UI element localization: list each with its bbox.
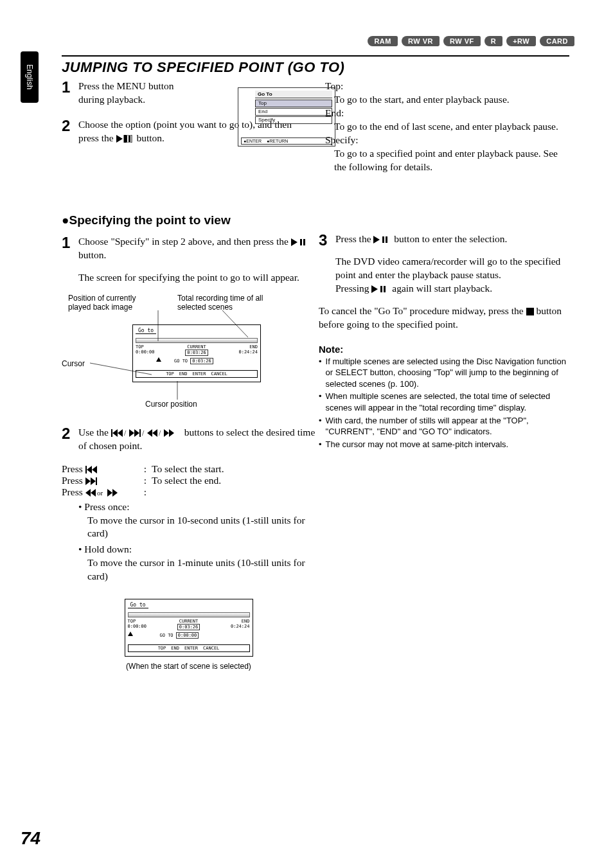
goto2-label: GO TO xyxy=(160,633,173,638)
badge-card: CARD xyxy=(540,36,574,46)
step-2b-text: Use the / / / buttons to select the desi… xyxy=(78,426,315,453)
svg-marker-20 xyxy=(147,429,152,437)
svg-marker-35 xyxy=(112,489,118,497)
cancel-paragraph: To cancel the "Go To" procedure midway, … xyxy=(319,305,573,332)
step-1-text: Press the MENU button during playback. xyxy=(78,80,181,107)
step-number-3: 3 xyxy=(319,233,330,248)
section-heading: JUMPING TO SPECIFIED POINT (GO TO) xyxy=(62,55,569,76)
goto-bottom-bar-2: TOP END ENTER CANCEL xyxy=(128,644,250,652)
svg-marker-24 xyxy=(169,429,174,437)
goto2-btn-top: TOP xyxy=(158,646,166,651)
goto-current-time: 0:03:26 xyxy=(185,350,208,356)
svg-marker-23 xyxy=(164,429,169,437)
svg-rect-42 xyxy=(526,308,534,315)
goto-progress-bar xyxy=(136,338,258,343)
svg-rect-6 xyxy=(300,239,302,245)
osd-item-end: End xyxy=(255,108,332,116)
goto2-top-time: 0:00:00 xyxy=(128,624,147,629)
badge-plus-rw: +RW xyxy=(506,36,536,46)
top-desc: To go to the start, and enter playback p… xyxy=(325,93,569,107)
sub-heading-specifying: ●Specifying the point to view xyxy=(62,213,315,227)
svg-marker-26 xyxy=(87,466,92,474)
step-1b-text: Choose "Specify" in step 2 above, and th… xyxy=(78,235,315,285)
goto-menu-osd: Go To Top End Specify ●ENTER ●RETURN xyxy=(238,87,335,146)
goto2-btn-enter: ENTER xyxy=(184,646,198,651)
goto-labels-row: TOP 0:00:00 CURRENT 0:03:26 END 0:24:24 xyxy=(136,344,258,356)
prev-track-icon xyxy=(85,466,100,474)
svg-marker-27 xyxy=(92,466,97,474)
goto-end-time: 0:24:24 xyxy=(238,350,258,355)
svg-marker-32 xyxy=(91,489,96,497)
goto2-current-label: CURRENT xyxy=(177,619,200,624)
note-3: With card, the number of stills will app… xyxy=(326,415,573,438)
press-once-heading: Press once: xyxy=(84,501,129,512)
play-pause-icon xyxy=(371,285,389,293)
goto-osd-title-2: Go to xyxy=(128,602,148,608)
svg-marker-21 xyxy=(152,429,157,437)
svg-rect-12 xyxy=(111,429,112,437)
svg-rect-37 xyxy=(382,236,384,243)
svg-marker-36 xyxy=(373,236,380,244)
play-pause-icon xyxy=(373,236,391,244)
play-pause-icon xyxy=(291,238,309,246)
svg-marker-17 xyxy=(134,429,139,437)
goto-top-label: TOP xyxy=(136,344,155,350)
svg-text:or: or xyxy=(97,489,103,497)
stop-icon xyxy=(526,308,534,315)
svg-rect-25 xyxy=(85,466,87,474)
osd-bottom-bar: ●ENTER ●RETURN xyxy=(241,137,332,145)
note-2: When multiple scenes are selected, the t… xyxy=(326,391,573,413)
step-number-2: 2 xyxy=(62,118,73,134)
goto-top-time: 0:00:00 xyxy=(136,350,155,355)
goto2-end-time: 0:24:24 xyxy=(231,624,250,629)
svg-marker-16 xyxy=(129,429,134,437)
svg-text:/: / xyxy=(159,429,161,437)
goto-bottom-bar: TOP END ENTER CANCEL xyxy=(136,370,258,378)
goto2-current-time: 0:03:26 xyxy=(177,624,200,630)
goto-end-label: END xyxy=(238,344,258,350)
hold-down-body: To move the cursor in 1-minute units (10… xyxy=(78,556,315,583)
svg-marker-14 xyxy=(118,429,123,437)
step-number-2b: 2 xyxy=(62,426,73,441)
svg-rect-3 xyxy=(125,136,127,142)
goto-btn-enter: ENTER xyxy=(192,371,206,376)
svg-rect-18 xyxy=(139,429,141,437)
svg-rect-38 xyxy=(386,236,387,243)
goto-time: 0:03:26 xyxy=(190,358,213,364)
step-3-text: Press the button to enter the selection.… xyxy=(335,233,573,296)
callout-cursor-position: Cursor position xyxy=(145,400,197,409)
press-skip-back: Press xyxy=(62,463,139,475)
press-once-body: To move the cursor in 10-second units (1… xyxy=(78,514,315,541)
note-1: If multiple scenes are selected using th… xyxy=(326,356,573,390)
cursor-marker-icon-2 xyxy=(128,632,133,636)
page-number: 74 xyxy=(21,828,40,849)
svg-text:/: / xyxy=(124,429,127,437)
rewind-fastforward-icon: or xyxy=(85,489,118,497)
specify-desc: To go to a specified point and enter pla… xyxy=(325,147,569,174)
goto-osd-box-2: Go to TOP 0:00:00 CURRENT 0:03:26 END xyxy=(125,599,253,657)
cursor-marker-icon xyxy=(156,357,161,362)
svg-marker-39 xyxy=(371,285,378,293)
figure-goto-screen: Position of currently played back image … xyxy=(62,294,315,422)
specify-label: Specify: xyxy=(325,134,569,147)
osd-return: ●RETURN xyxy=(267,139,288,143)
svg-rect-40 xyxy=(380,286,382,292)
badge-rwvf: RW VF xyxy=(443,36,481,46)
goto2-end-label: END xyxy=(231,619,250,624)
goto-btn-cancel: CANCEL xyxy=(211,371,227,376)
callout-cursor: Cursor xyxy=(62,359,85,368)
badge-rwvr: RW VR xyxy=(402,36,440,46)
osd-item-specify: Specify xyxy=(255,116,332,124)
svg-marker-31 xyxy=(85,489,91,497)
note-block: Note: If multiple scenes are selected us… xyxy=(319,343,573,450)
svg-rect-4 xyxy=(129,136,130,142)
goto-btn-top: TOP xyxy=(166,371,174,376)
osd-enter: ●ENTER xyxy=(244,139,262,143)
svg-marker-28 xyxy=(85,477,91,485)
svg-marker-0 xyxy=(116,135,123,143)
goto2-btn-end: END xyxy=(171,646,179,651)
note-heading: Note: xyxy=(319,343,573,356)
svg-marker-5 xyxy=(291,238,298,246)
goto-osd-title: Go to xyxy=(136,328,156,334)
press-skip-fwd-desc: To select the end. xyxy=(152,475,315,486)
